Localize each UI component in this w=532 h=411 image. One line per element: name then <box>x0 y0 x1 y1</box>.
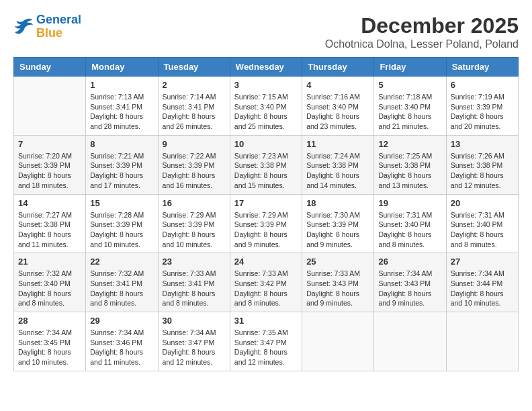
day-info: Sunrise: 7:14 AMSunset: 3:41 PMDaylight:… <box>163 92 226 132</box>
calendar-cell <box>446 312 518 371</box>
calendar-week-row: 7Sunrise: 7:20 AMSunset: 3:39 PMDaylight… <box>14 135 519 194</box>
day-info: Sunrise: 7:31 AMSunset: 3:40 PMDaylight:… <box>451 210 514 250</box>
day-number: 30 <box>163 316 226 326</box>
calendar-cell: 5Sunrise: 7:18 AMSunset: 3:40 PMDaylight… <box>374 77 446 136</box>
calendar-week-row: 1Sunrise: 7:13 AMSunset: 3:41 PMDaylight… <box>14 77 519 136</box>
calendar-cell: 4Sunrise: 7:16 AMSunset: 3:40 PMDaylight… <box>302 77 374 136</box>
calendar-cell: 14Sunrise: 7:27 AMSunset: 3:38 PMDayligh… <box>14 194 86 253</box>
calendar-cell: 23Sunrise: 7:33 AMSunset: 3:41 PMDayligh… <box>158 253 230 312</box>
logo-text: General Blue <box>36 13 81 40</box>
day-number: 14 <box>18 198 81 208</box>
weekday-header: Sunday <box>14 58 86 77</box>
calendar-cell: 11Sunrise: 7:24 AMSunset: 3:38 PMDayligh… <box>302 135 374 194</box>
day-info: Sunrise: 7:13 AMSunset: 3:41 PMDaylight:… <box>90 92 153 132</box>
calendar-cell: 2Sunrise: 7:14 AMSunset: 3:41 PMDaylight… <box>158 77 230 136</box>
day-info: Sunrise: 7:23 AMSunset: 3:38 PMDaylight:… <box>234 151 298 191</box>
day-info: Sunrise: 7:15 AMSunset: 3:40 PMDaylight:… <box>234 92 298 132</box>
weekday-header: Thursday <box>302 58 374 77</box>
calendar-cell: 27Sunrise: 7:34 AMSunset: 3:44 PMDayligh… <box>446 253 518 312</box>
day-number: 13 <box>451 139 514 149</box>
location-title: Ochotnica Dolna, Lesser Poland, Poland <box>325 38 519 50</box>
calendar-cell: 9Sunrise: 7:22 AMSunset: 3:39 PMDaylight… <box>158 135 230 194</box>
day-number: 31 <box>234 316 298 326</box>
calendar-cell: 28Sunrise: 7:34 AMSunset: 3:45 PMDayligh… <box>14 312 86 371</box>
day-number: 23 <box>163 257 226 267</box>
day-number: 3 <box>234 80 298 90</box>
day-number: 2 <box>163 80 226 90</box>
logo-icon <box>13 17 34 36</box>
title-block: December 2025 Ochotnica Dolna, Lesser Po… <box>325 13 519 50</box>
day-number: 17 <box>234 198 298 208</box>
day-number: 22 <box>90 257 153 267</box>
day-info: Sunrise: 7:20 AMSunset: 3:39 PMDaylight:… <box>18 151 81 191</box>
calendar-cell <box>374 312 446 371</box>
month-title: December 2025 <box>325 13 519 38</box>
day-info: Sunrise: 7:18 AMSunset: 3:40 PMDaylight:… <box>378 92 441 132</box>
weekday-header: Tuesday <box>158 58 230 77</box>
calendar-cell: 8Sunrise: 7:21 AMSunset: 3:39 PMDaylight… <box>86 135 158 194</box>
day-number: 18 <box>306 198 369 208</box>
day-number: 21 <box>18 257 81 267</box>
day-info: Sunrise: 7:25 AMSunset: 3:38 PMDaylight:… <box>378 151 441 191</box>
calendar-cell: 20Sunrise: 7:31 AMSunset: 3:40 PMDayligh… <box>446 194 518 253</box>
day-info: Sunrise: 7:34 AMSunset: 3:45 PMDaylight:… <box>18 328 81 367</box>
day-info: Sunrise: 7:28 AMSunset: 3:39 PMDaylight:… <box>90 210 153 250</box>
calendar-cell: 22Sunrise: 7:32 AMSunset: 3:41 PMDayligh… <box>86 253 158 312</box>
day-info: Sunrise: 7:19 AMSunset: 3:39 PMDaylight:… <box>451 92 514 132</box>
calendar-cell: 26Sunrise: 7:34 AMSunset: 3:43 PMDayligh… <box>374 253 446 312</box>
calendar-cell: 21Sunrise: 7:32 AMSunset: 3:40 PMDayligh… <box>14 253 86 312</box>
day-info: Sunrise: 7:34 AMSunset: 3:47 PMDaylight:… <box>163 328 226 367</box>
day-number: 16 <box>163 198 226 208</box>
day-number: 28 <box>18 316 81 326</box>
calendar-cell: 12Sunrise: 7:25 AMSunset: 3:38 PMDayligh… <box>374 135 446 194</box>
day-number: 8 <box>90 139 153 149</box>
calendar-cell: 31Sunrise: 7:35 AMSunset: 3:47 PMDayligh… <box>230 312 302 371</box>
logo: General Blue <box>13 13 81 40</box>
calendar-week-row: 28Sunrise: 7:34 AMSunset: 3:45 PMDayligh… <box>14 312 519 371</box>
day-number: 26 <box>378 257 441 267</box>
day-number: 24 <box>234 257 298 267</box>
day-number: 12 <box>378 139 441 149</box>
calendar-week-row: 14Sunrise: 7:27 AMSunset: 3:38 PMDayligh… <box>14 194 519 253</box>
day-info: Sunrise: 7:35 AMSunset: 3:47 PMDaylight:… <box>234 328 298 367</box>
day-info: Sunrise: 7:27 AMSunset: 3:38 PMDaylight:… <box>18 210 81 250</box>
day-number: 27 <box>451 257 514 267</box>
calendar-cell: 13Sunrise: 7:26 AMSunset: 3:38 PMDayligh… <box>446 135 518 194</box>
day-number: 29 <box>90 316 153 326</box>
day-info: Sunrise: 7:31 AMSunset: 3:40 PMDaylight:… <box>378 210 441 250</box>
day-number: 20 <box>451 198 514 208</box>
calendar-cell: 16Sunrise: 7:29 AMSunset: 3:39 PMDayligh… <box>158 194 230 253</box>
day-number: 10 <box>234 139 298 149</box>
calendar-cell: 17Sunrise: 7:29 AMSunset: 3:39 PMDayligh… <box>230 194 302 253</box>
weekday-header: Friday <box>374 58 446 77</box>
day-info: Sunrise: 7:26 AMSunset: 3:38 PMDaylight:… <box>451 151 514 191</box>
day-number: 4 <box>306 80 369 90</box>
day-info: Sunrise: 7:33 AMSunset: 3:41 PMDaylight:… <box>163 269 226 308</box>
day-info: Sunrise: 7:29 AMSunset: 3:39 PMDaylight:… <box>163 210 226 250</box>
calendar-cell: 29Sunrise: 7:34 AMSunset: 3:46 PMDayligh… <box>86 312 158 371</box>
calendar-cell: 30Sunrise: 7:34 AMSunset: 3:47 PMDayligh… <box>158 312 230 371</box>
day-number: 7 <box>18 139 81 149</box>
day-info: Sunrise: 7:34 AMSunset: 3:43 PMDaylight:… <box>378 269 441 308</box>
calendar-cell: 25Sunrise: 7:33 AMSunset: 3:43 PMDayligh… <box>302 253 374 312</box>
day-info: Sunrise: 7:34 AMSunset: 3:46 PMDaylight:… <box>90 328 153 367</box>
calendar-week-row: 21Sunrise: 7:32 AMSunset: 3:40 PMDayligh… <box>14 253 519 312</box>
day-info: Sunrise: 7:29 AMSunset: 3:39 PMDaylight:… <box>234 210 298 250</box>
calendar-cell: 1Sunrise: 7:13 AMSunset: 3:41 PMDaylight… <box>86 77 158 136</box>
day-info: Sunrise: 7:22 AMSunset: 3:39 PMDaylight:… <box>163 151 226 191</box>
weekday-header: Monday <box>86 58 158 77</box>
calendar-cell <box>14 77 86 136</box>
day-number: 15 <box>90 198 153 208</box>
day-number: 1 <box>90 80 153 90</box>
day-number: 11 <box>306 139 369 149</box>
calendar-cell: 19Sunrise: 7:31 AMSunset: 3:40 PMDayligh… <box>374 194 446 253</box>
day-number: 19 <box>378 198 441 208</box>
day-number: 5 <box>378 80 441 90</box>
day-info: Sunrise: 7:33 AMSunset: 3:42 PMDaylight:… <box>234 269 298 308</box>
day-info: Sunrise: 7:32 AMSunset: 3:41 PMDaylight:… <box>90 269 153 308</box>
day-info: Sunrise: 7:34 AMSunset: 3:44 PMDaylight:… <box>451 269 514 308</box>
day-info: Sunrise: 7:24 AMSunset: 3:38 PMDaylight:… <box>306 151 369 191</box>
calendar-header-row: SundayMondayTuesdayWednesdayThursdayFrid… <box>14 58 519 77</box>
calendar-table: SundayMondayTuesdayWednesdayThursdayFrid… <box>13 57 519 371</box>
calendar-cell: 24Sunrise: 7:33 AMSunset: 3:42 PMDayligh… <box>230 253 302 312</box>
